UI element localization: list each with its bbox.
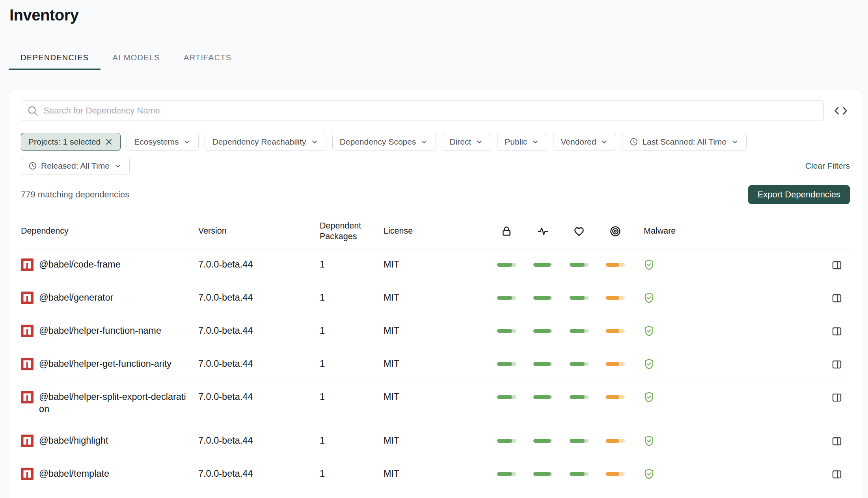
- filter-chip-ecosystems[interactable]: Ecosystems: [127, 133, 199, 151]
- filter-chip-label: Released: All Time: [41, 161, 110, 171]
- filter-chip-projects-1-selected[interactable]: Projects: 1 selected: [21, 133, 121, 151]
- shield-check-icon: [644, 359, 654, 370]
- tab-dependencies[interactable]: DEPENDENCIES: [9, 46, 101, 70]
- tab-label: DEPENDENCIES: [20, 53, 89, 62]
- quality-score-bar: [533, 263, 552, 267]
- open-side-panel-button[interactable]: [831, 325, 850, 337]
- table-row[interactable]: @babel/generator 7.0.0-beta.44 1 MIT: [21, 282, 850, 315]
- tab-artifacts[interactable]: ARTIFACTS: [172, 46, 243, 70]
- license-value: MIT: [384, 435, 497, 447]
- open-side-panel-button[interactable]: [831, 259, 850, 271]
- open-side-panel-button[interactable]: [831, 359, 850, 370]
- pulse-icon: [537, 225, 549, 237]
- dependency-version: 7.0.0-beta.44: [198, 258, 320, 271]
- filter-chip-public[interactable]: Public: [497, 133, 547, 151]
- dependency-name: @babel/code-frame: [39, 258, 121, 271]
- filter-chip-released-all-time[interactable]: Released: All Time: [21, 157, 130, 175]
- license-value: MIT: [384, 292, 497, 304]
- dependency-version: 7.0.0-beta.44: [198, 435, 320, 447]
- dependent-packages-count: 1: [320, 258, 384, 271]
- vulnerability-score-bar: [606, 439, 625, 443]
- column-header-license: License: [384, 226, 497, 236]
- dependent-packages-count: 1: [320, 358, 384, 370]
- filter-chip-vendored[interactable]: Vendored: [553, 133, 616, 151]
- filter-chip-dependency-reachability[interactable]: Dependency Reachability: [205, 133, 326, 151]
- filter-chip-label: Direct: [449, 137, 471, 147]
- dependency-version: 7.0.0-beta.44: [198, 358, 320, 370]
- security-score-bar: [497, 329, 516, 333]
- export-dependencies-button[interactable]: Export Dependencies: [748, 185, 850, 204]
- side-panel-icon: [831, 435, 843, 447]
- lock-icon: [501, 225, 512, 237]
- dependencies-table: Dependency Version Dependent Packages Li…: [21, 214, 850, 491]
- chevron-down-icon: [730, 138, 739, 146]
- open-side-panel-button[interactable]: [831, 292, 850, 304]
- shield-check-icon: [644, 392, 654, 403]
- dependencies-panel: Projects: 1 selected Ecosystems Dependen…: [9, 89, 862, 498]
- license-value: MIT: [384, 391, 497, 403]
- quality-score-bar: [533, 329, 552, 333]
- column-header-quality: [533, 225, 552, 237]
- vulnerability-score-bar: [606, 362, 625, 366]
- results-row: 779 matching dependencies Export Depende…: [21, 185, 850, 204]
- close-icon[interactable]: [104, 138, 113, 146]
- dependency-name: @babel/helper-get-function-arity: [39, 358, 171, 370]
- license-value: MIT: [384, 358, 497, 370]
- table-row[interactable]: @babel/highlight 7.0.0-beta.44 1 MIT: [21, 425, 850, 458]
- filter-chip-dependency-scopes[interactable]: Dependency Scopes: [332, 133, 436, 151]
- search-icon: [27, 105, 39, 117]
- column-header-version: Version: [198, 226, 320, 236]
- side-panel-icon: [831, 292, 843, 304]
- vulnerability-score-bar: [606, 296, 625, 300]
- dependency-version: 7.0.0-beta.44: [198, 391, 320, 403]
- npm-icon: [21, 391, 34, 403]
- open-side-panel-button[interactable]: [831, 468, 850, 480]
- maintenance-score-bar: [570, 395, 589, 399]
- vulnerability-score-bar: [606, 472, 625, 476]
- chevron-down-icon: [475, 138, 484, 146]
- vulnerability-score-bar: [606, 329, 625, 333]
- table-row[interactable]: @babel/helper-split-export-declaration 7…: [21, 381, 850, 425]
- page-title: Inventory: [9, 6, 868, 24]
- chevron-down-icon: [183, 138, 191, 146]
- quality-score-bar: [533, 439, 552, 443]
- search-input[interactable]: [43, 106, 818, 116]
- chevron-down-icon: [531, 138, 540, 146]
- side-panel-icon: [831, 359, 843, 370]
- table-row[interactable]: @babel/template 7.0.0-beta.44 1 MIT: [21, 458, 850, 491]
- column-header-maintenance: [570, 225, 589, 237]
- table-row[interactable]: @babel/helper-get-function-arity 7.0.0-b…: [21, 348, 850, 381]
- security-score-bar: [497, 472, 516, 476]
- filter-chip-label: Dependency Reachability: [212, 137, 306, 147]
- open-side-panel-button[interactable]: [831, 435, 850, 447]
- dependency-version: 7.0.0-beta.44: [198, 468, 320, 480]
- dependency-version: 7.0.0-beta.44: [198, 325, 320, 337]
- npm-icon: [21, 435, 34, 447]
- table-row[interactable]: @babel/helper-function-name 7.0.0-beta.4…: [21, 315, 850, 348]
- side-panel-icon: [831, 468, 843, 480]
- column-header-dependent-packages: Dependent Packages: [320, 221, 384, 242]
- license-value: MIT: [384, 468, 497, 480]
- dependent-packages-count: 1: [320, 292, 384, 304]
- code-view-button[interactable]: [833, 102, 849, 119]
- chevron-down-icon: [310, 138, 319, 146]
- vulnerability-score-bar: [606, 263, 625, 267]
- open-side-panel-button[interactable]: [831, 392, 850, 403]
- license-value: MIT: [384, 258, 497, 271]
- filter-chip-direct[interactable]: Direct: [442, 133, 491, 151]
- maintenance-score-bar: [570, 439, 589, 443]
- table-row[interactable]: @babel/code-frame 7.0.0-beta.44 1 MIT: [21, 249, 850, 282]
- tab-ai-models[interactable]: AI MODELS: [101, 46, 172, 70]
- quality-score-bar: [533, 472, 552, 476]
- maintenance-score-bar: [570, 263, 589, 267]
- shield-check-icon: [644, 325, 654, 337]
- shield-check-icon: [644, 468, 654, 480]
- chevron-down-icon: [600, 138, 609, 146]
- search-box[interactable]: [21, 100, 824, 121]
- dependent-packages-count: 1: [320, 391, 384, 403]
- clear-filters-button[interactable]: Clear Filters: [805, 161, 850, 171]
- dependent-packages-count: 1: [320, 435, 384, 447]
- filter-chip-last-scanned-all-time[interactable]: Last Scanned: All Time: [622, 133, 747, 151]
- shield-check-icon: [644, 259, 654, 271]
- side-panel-icon: [831, 392, 843, 403]
